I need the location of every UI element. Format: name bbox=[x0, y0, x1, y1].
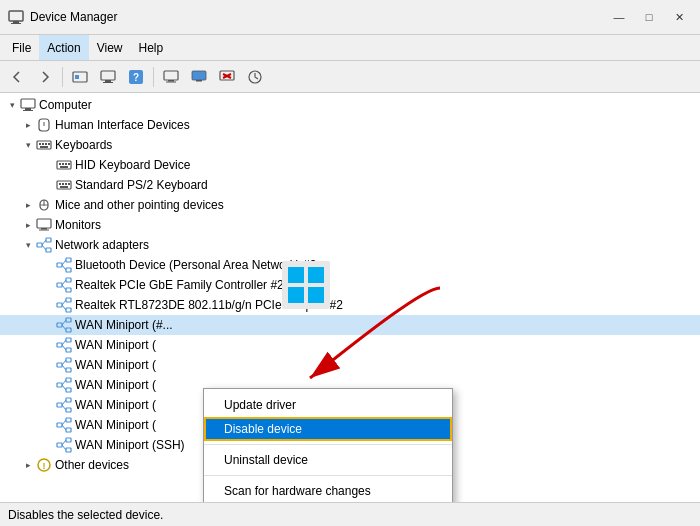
svg-rect-48 bbox=[37, 243, 42, 247]
minimize-button[interactable]: — bbox=[606, 6, 632, 28]
svg-line-91 bbox=[62, 400, 66, 405]
window-controls: — □ ✕ bbox=[606, 6, 692, 28]
wan2-label: WAN Miniport ( bbox=[75, 338, 156, 352]
svg-rect-40 bbox=[68, 183, 70, 185]
wan2-icon bbox=[56, 337, 72, 353]
svg-line-92 bbox=[62, 405, 66, 410]
menu-file[interactable]: File bbox=[4, 35, 39, 60]
ctx-disable-device[interactable]: Disable device bbox=[204, 417, 452, 441]
menu-help[interactable]: Help bbox=[131, 35, 172, 60]
svg-rect-45 bbox=[37, 219, 51, 228]
realtek-802-icon bbox=[56, 297, 72, 313]
expand-icon-other[interactable]: ▸ bbox=[20, 457, 36, 473]
svg-rect-65 bbox=[66, 308, 71, 312]
svg-line-76 bbox=[62, 340, 66, 345]
tree-item-hid-keyboard[interactable]: HID Keyboard Device bbox=[0, 155, 700, 175]
svg-line-62 bbox=[62, 285, 66, 290]
svg-rect-99 bbox=[66, 438, 71, 442]
status-text: Disables the selected device. bbox=[8, 508, 163, 522]
tree-item-computer[interactable]: ▾ Computer bbox=[0, 95, 700, 115]
svg-rect-28 bbox=[48, 143, 50, 145]
ctx-update-driver[interactable]: Update driver bbox=[204, 393, 452, 417]
svg-rect-53 bbox=[57, 263, 62, 267]
svg-rect-37 bbox=[59, 183, 61, 185]
svg-rect-59 bbox=[66, 278, 71, 282]
expand-icon-wan3 bbox=[40, 357, 56, 373]
bluetooth-icon bbox=[56, 257, 72, 273]
close-button[interactable]: ✕ bbox=[666, 6, 692, 28]
expand-icon-wan4 bbox=[40, 377, 56, 393]
forward-button[interactable] bbox=[32, 64, 58, 90]
svg-line-72 bbox=[62, 325, 66, 330]
expand-icon-wan6 bbox=[40, 417, 56, 433]
other-icon: ! bbox=[36, 457, 52, 473]
svg-rect-80 bbox=[66, 368, 71, 372]
maximize-button[interactable]: □ bbox=[636, 6, 662, 28]
svg-line-81 bbox=[62, 360, 66, 365]
hid-keyboard-icon bbox=[56, 157, 72, 173]
device-toolbar-button[interactable] bbox=[186, 64, 212, 90]
tree-item-wan2[interactable]: WAN Miniport ( bbox=[0, 335, 700, 355]
tree-item-realtek-802[interactable]: Realtek RTL8723DE 802.11b/g/n PCIe Adapt… bbox=[0, 295, 700, 315]
tree-item-mice[interactable]: ▸ Mice and other pointing devices bbox=[0, 195, 700, 215]
svg-rect-39 bbox=[65, 183, 67, 185]
svg-line-67 bbox=[62, 305, 66, 310]
properties-toolbar-button[interactable] bbox=[67, 64, 93, 90]
uninstall-toolbar-button[interactable] bbox=[214, 64, 240, 90]
context-menu: Update driver Disable device Uninstall d… bbox=[203, 388, 453, 502]
menu-view[interactable]: View bbox=[89, 35, 131, 60]
hid-icon bbox=[36, 117, 52, 133]
menu-action[interactable]: Action bbox=[39, 35, 88, 60]
svg-rect-70 bbox=[66, 328, 71, 332]
svg-rect-4 bbox=[75, 75, 79, 79]
help-toolbar-button[interactable]: ? bbox=[123, 64, 149, 90]
tree-item-ps2-keyboard[interactable]: Standard PS/2 Keyboard bbox=[0, 175, 700, 195]
scan-toolbar-button[interactable] bbox=[242, 64, 268, 90]
svg-rect-19 bbox=[21, 99, 35, 108]
svg-rect-93 bbox=[57, 423, 62, 427]
tree-item-realtek-gbe[interactable]: Realtek PCIe GbE Family Controller #2 bbox=[0, 275, 700, 295]
hid-keyboard-label: HID Keyboard Device bbox=[75, 158, 190, 172]
expand-icon-wan1 bbox=[40, 317, 56, 333]
svg-line-96 bbox=[62, 420, 66, 425]
tree-item-monitors[interactable]: ▸ Monitors bbox=[0, 215, 700, 235]
svg-rect-1 bbox=[13, 21, 19, 23]
monitor-toolbar-button[interactable] bbox=[158, 64, 184, 90]
app-icon bbox=[8, 9, 24, 25]
svg-rect-5 bbox=[101, 71, 115, 80]
svg-rect-32 bbox=[62, 163, 64, 165]
svg-rect-13 bbox=[192, 71, 206, 80]
tree-item-wan3[interactable]: WAN Miniport ( bbox=[0, 355, 700, 375]
expand-icon-keyboards[interactable]: ▾ bbox=[20, 137, 36, 153]
svg-line-56 bbox=[62, 260, 66, 265]
expand-icon-hid[interactable]: ▸ bbox=[20, 117, 36, 133]
svg-rect-78 bbox=[57, 363, 62, 367]
svg-line-87 bbox=[62, 385, 66, 390]
svg-line-101 bbox=[62, 440, 66, 445]
tree-item-network[interactable]: ▾ Network adapters bbox=[0, 235, 700, 255]
svg-line-51 bbox=[42, 240, 46, 245]
menu-bar: File Action View Help bbox=[0, 35, 700, 61]
computer-toolbar-button[interactable] bbox=[95, 64, 121, 90]
expand-icon-network[interactable]: ▾ bbox=[20, 237, 36, 253]
expand-icon-computer[interactable]: ▾ bbox=[4, 97, 20, 113]
svg-rect-6 bbox=[105, 80, 111, 82]
mice-icon bbox=[36, 197, 52, 213]
svg-line-97 bbox=[62, 425, 66, 430]
keyboards-icon bbox=[36, 137, 52, 153]
svg-line-66 bbox=[62, 300, 66, 305]
back-button[interactable] bbox=[4, 64, 30, 90]
tree-item-hid[interactable]: ▸ Human Interface Devices bbox=[0, 115, 700, 135]
tree-item-keyboards[interactable]: ▾ Keyboards bbox=[0, 135, 700, 155]
tree-item-bluetooth[interactable]: Bluetooth Device (Personal Area Network)… bbox=[0, 255, 700, 275]
expand-icon-monitors[interactable]: ▸ bbox=[20, 217, 36, 233]
svg-rect-74 bbox=[66, 338, 71, 342]
network-label: Network adapters bbox=[55, 238, 149, 252]
wan7-label: WAN Miniport (SSH) bbox=[75, 438, 185, 452]
ctx-scan[interactable]: Scan for hardware changes bbox=[204, 479, 452, 502]
ctx-uninstall-device[interactable]: Uninstall device bbox=[204, 448, 452, 472]
expand-icon-mice[interactable]: ▸ bbox=[20, 197, 36, 213]
tree-item-wan1[interactable]: WAN Miniport (#... bbox=[0, 315, 700, 335]
svg-rect-60 bbox=[66, 288, 71, 292]
svg-rect-14 bbox=[196, 80, 202, 82]
